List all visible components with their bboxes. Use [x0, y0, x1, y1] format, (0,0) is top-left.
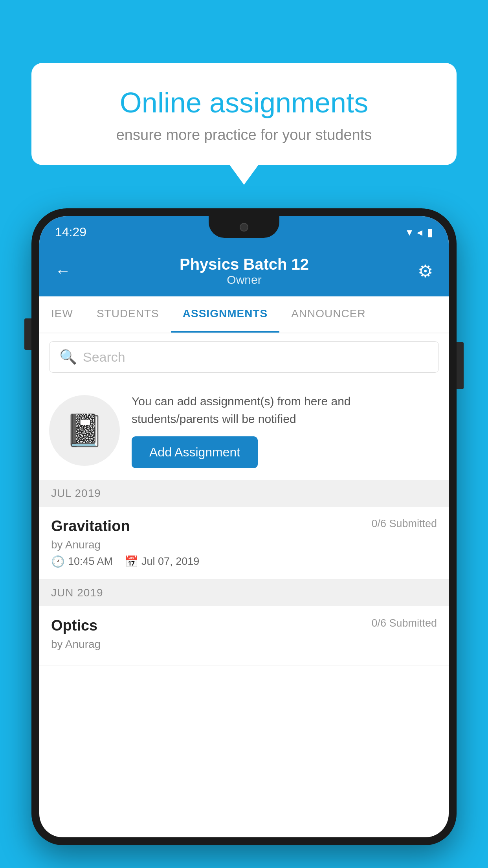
speech-bubble-title: Online assignments	[59, 86, 429, 119]
notebook-icon-wrap: 📓	[49, 395, 120, 466]
search-bar[interactable]: 🔍 Search	[49, 341, 439, 373]
search-icon: 🔍	[59, 349, 77, 365]
add-assignment-button[interactable]: Add Assignment	[132, 436, 258, 468]
app-header: ← Physics Batch 12 Owner ⚙	[39, 248, 449, 296]
settings-icon[interactable]: ⚙	[418, 261, 433, 281]
month-header-jun: JUN 2019	[39, 579, 449, 606]
tab-students[interactable]: STUDENTS	[85, 296, 171, 333]
assignment-item-optics[interactable]: Optics 0/6 Submitted by Anurag	[39, 606, 449, 666]
status-bar: 14:29 ▾ ◂ ▮	[39, 216, 449, 248]
info-card: 📓 You can add assignment(s) from here an…	[39, 381, 449, 480]
assignment-time: 10:45 AM	[68, 555, 113, 568]
assignment-by-optics: by Anurag	[51, 638, 437, 651]
status-time: 14:29	[55, 225, 86, 239]
assignment-meta: 🕐 10:45 AM 📅 Jul 07, 2019	[51, 555, 437, 568]
signal-icon: ◂	[417, 226, 422, 239]
tab-announcements[interactable]: ANNOUNCER	[279, 296, 377, 333]
clock-icon: 🕐	[51, 555, 65, 568]
speech-bubble: Online assignments ensure more practice …	[31, 63, 457, 165]
battery-icon: ▮	[427, 226, 433, 239]
calendar-icon: 📅	[125, 555, 138, 568]
info-message: You can add assignment(s) from here and …	[132, 392, 439, 428]
phone-frame: 14:29 ▾ ◂ ▮ ← Physics Batch 12 Owner ⚙	[31, 208, 457, 845]
search-container: 🔍 Search	[39, 333, 449, 381]
search-placeholder: Search	[83, 349, 125, 365]
meta-date: 📅 Jul 07, 2019	[125, 555, 199, 568]
header-subtitle: Owner	[180, 273, 309, 287]
assignment-submitted-optics: 0/6 Submitted	[371, 617, 437, 629]
camera-dot	[240, 223, 248, 232]
assignment-by: by Anurag	[51, 539, 437, 551]
assignment-top: Gravitation 0/6 Submitted	[51, 518, 437, 535]
tab-assignments[interactable]: ASSIGNMENTS	[171, 296, 279, 333]
info-text: You can add assignment(s) from here and …	[132, 392, 439, 468]
tab-iew[interactable]: IEW	[39, 296, 85, 333]
meta-time: 🕐 10:45 AM	[51, 555, 113, 568]
assignment-date: Jul 07, 2019	[141, 555, 199, 568]
month-header-jul: JUL 2019	[39, 480, 449, 507]
assignment-top-optics: Optics 0/6 Submitted	[51, 617, 437, 634]
assignment-name: Gravitation	[51, 518, 130, 535]
assignment-submitted: 0/6 Submitted	[371, 518, 437, 530]
speech-bubble-subtitle: ensure more practice for your students	[59, 127, 429, 143]
back-button[interactable]: ←	[55, 262, 71, 280]
wifi-icon: ▾	[407, 226, 412, 239]
assignment-item-gravitation[interactable]: Gravitation 0/6 Submitted by Anurag 🕐 10…	[39, 507, 449, 579]
phone-container: 14:29 ▾ ◂ ▮ ← Physics Batch 12 Owner ⚙	[31, 208, 457, 868]
header-center: Physics Batch 12 Owner	[180, 256, 309, 287]
header-title: Physics Batch 12	[180, 256, 309, 273]
notch	[209, 216, 279, 238]
speech-bubble-container: Online assignments ensure more practice …	[31, 63, 457, 165]
assignment-name-optics: Optics	[51, 617, 97, 634]
notebook-icon: 📓	[65, 412, 104, 449]
phone-screen: 14:29 ▾ ◂ ▮ ← Physics Batch 12 Owner ⚙	[39, 216, 449, 837]
tabs-bar: IEW STUDENTS ASSIGNMENTS ANNOUNCER	[39, 296, 449, 333]
status-icons: ▾ ◂ ▮	[407, 226, 433, 239]
